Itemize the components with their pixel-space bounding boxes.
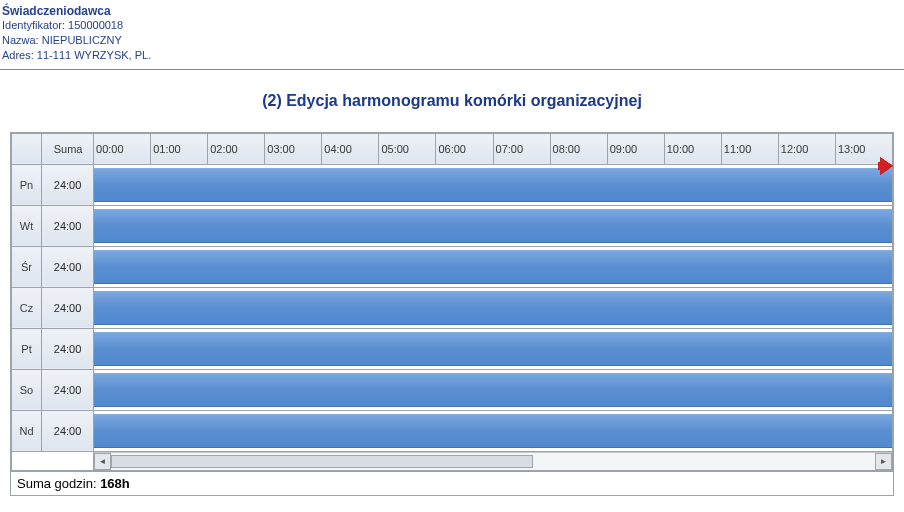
hour-header: 02:00 (208, 133, 265, 164)
time-bar-cell[interactable] (94, 205, 893, 246)
scrollbar-track[interactable] (111, 453, 875, 470)
day-label: Cz (12, 287, 42, 328)
time-bar-cell[interactable] (94, 410, 893, 451)
schedule-header-row: Suma 00:00 01:00 02:00 03:00 04:00 05:00… (12, 133, 893, 164)
hour-header: 01:00 (151, 133, 208, 164)
time-bar[interactable] (94, 209, 892, 243)
horizontal-scrollbar[interactable]: ◄ ► (94, 452, 892, 470)
schedule-table: Suma 00:00 01:00 02:00 03:00 04:00 05:00… (11, 133, 893, 471)
provider-name-value: NIEPUBLICZNY (42, 34, 122, 46)
provider-addr-line: Adres: 11-111 WYRZYSK, PL. (2, 48, 902, 63)
time-bar-cell[interactable] (94, 287, 893, 328)
day-sum: 24:00 (42, 164, 94, 205)
provider-name-label: Nazwa: (2, 34, 39, 46)
provider-id-label: Identyfikator: (2, 19, 65, 31)
hour-header: 06:00 (436, 133, 493, 164)
hour-header: 08:00 (550, 133, 607, 164)
schedule-row: Pt 24:00 (12, 328, 893, 369)
total-hours-row: Suma godzin: 168h (11, 471, 893, 495)
scroll-right-icon[interactable] (880, 157, 893, 175)
schedule-row: Cz 24:00 (12, 287, 893, 328)
hour-header: 00:00 (94, 133, 151, 164)
day-label: Nd (12, 410, 42, 451)
day-label: Pt (12, 328, 42, 369)
day-label: Śr (12, 246, 42, 287)
hour-header: 04:00 (322, 133, 379, 164)
day-sum: 24:00 (42, 328, 94, 369)
day-label: So (12, 369, 42, 410)
schedule-row: Wt 24:00 (12, 205, 893, 246)
scroll-left-button[interactable]: ◄ (94, 453, 111, 470)
schedule-row: Śr 24:00 (12, 246, 893, 287)
time-bar[interactable] (94, 168, 892, 202)
time-bar[interactable] (94, 250, 892, 284)
time-bar-cell[interactable] (94, 246, 893, 287)
time-bar-cell[interactable] (94, 369, 893, 410)
time-bar[interactable] (94, 414, 892, 448)
hour-header: 03:00 (265, 133, 322, 164)
day-sum: 24:00 (42, 287, 94, 328)
provider-addr-label: Adres: (2, 49, 34, 61)
provider-id-value: 150000018 (68, 19, 123, 31)
header-divider (0, 69, 904, 70)
schedule-row: Nd 24:00 (12, 410, 893, 451)
day-sum: 24:00 (42, 246, 94, 287)
day-sum: 24:00 (42, 410, 94, 451)
provider-info-block: Świadczeniodawca Identyfikator: 15000001… (0, 0, 904, 69)
day-label: Wt (12, 205, 42, 246)
total-hours-value: 168h (100, 476, 130, 491)
day-sum: 24:00 (42, 369, 94, 410)
time-bar[interactable] (94, 332, 892, 366)
provider-id-line: Identyfikator: 150000018 (2, 18, 902, 33)
schedule-row: Pn 24:00 (12, 164, 893, 205)
sum-header: Suma (42, 133, 94, 164)
time-bar[interactable] (94, 373, 892, 407)
hour-header: 05:00 (379, 133, 436, 164)
hour-header: 07:00 (493, 133, 550, 164)
hour-header: 10:00 (664, 133, 721, 164)
provider-name-line: Nazwa: NIEPUBLICZNY (2, 33, 902, 48)
hour-header: 12:00 (778, 133, 835, 164)
day-header-empty (12, 133, 42, 164)
schedule-grid: Suma 00:00 01:00 02:00 03:00 04:00 05:00… (10, 132, 894, 496)
page-title: (2) Edycja harmonogramu komórki organiza… (0, 92, 904, 110)
time-bar-cell[interactable] (94, 328, 893, 369)
day-sum: 24:00 (42, 205, 94, 246)
scrollbar-thumb[interactable] (111, 455, 533, 468)
hour-header: 09:00 (607, 133, 664, 164)
hour-header: 11:00 (721, 133, 778, 164)
total-hours-label: Suma godzin: (17, 476, 97, 491)
provider-title: Świadczeniodawca (2, 4, 902, 18)
horizontal-scrollbar-row: ◄ ► (12, 451, 893, 470)
day-label: Pn (12, 164, 42, 205)
provider-addr-value: 11-111 WYRZYSK, PL. (37, 49, 151, 61)
time-bar[interactable] (94, 291, 892, 325)
scroll-right-button[interactable]: ► (875, 453, 892, 470)
time-bar-cell[interactable] (94, 164, 893, 205)
schedule-row: So 24:00 (12, 369, 893, 410)
